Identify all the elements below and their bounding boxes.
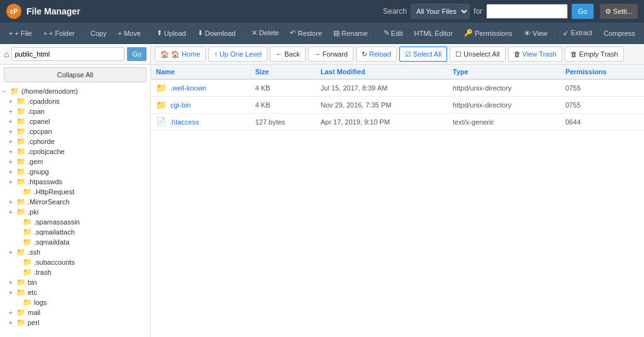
tree-item-logs[interactable]: 📁 logs [0,297,150,307]
restore-button[interactable]: ↶ Restore [285,25,327,41]
search-scope-select[interactable]: All Your FilesFile NameFile Content [411,4,470,19]
file-link[interactable]: cgi-bin [170,101,191,109]
col-size[interactable]: Size [250,65,316,79]
extract-button[interactable]: ↙ Extract [558,25,597,41]
col-type[interactable]: Type [448,65,560,79]
path-input[interactable] [11,47,125,61]
folder-icon: 📁 [23,218,32,226]
copy-button[interactable]: Copy [86,25,112,41]
folder-icon: 📁 [16,147,26,156]
delete-button[interactable]: ✕ Delete [247,25,284,41]
tree-item-ssh[interactable]: + 📁 .ssh [0,247,150,257]
tree-item-home[interactable]: − 📁 (/home/demodom) [0,86,150,96]
expand-icon: + [9,128,15,135]
permissions-button[interactable]: 🔑 Permissions [459,25,518,41]
expand-icon: + [9,158,15,165]
tree-item-label: perl [28,319,39,326]
tree-item-sqmailattach[interactable]: 📁 .sqmailattach [0,227,150,237]
tree-item-bin[interactable]: + 📁 bin [0,277,150,287]
up-one-level-button[interactable]: ↑ Up One Level [208,47,267,62]
home-icon[interactable]: ⌂ [4,49,9,59]
tree-item-label: .pki [28,208,38,216]
tree-item-cpan[interactable]: + 📁 .cpan [0,106,150,116]
tree-item-etc[interactable]: + 📁 etc [0,287,150,297]
tree-item-cpobjcache[interactable]: + 📁 .cpobjcache [0,146,150,157]
table-row[interactable]: 📄 .htaccess 127 bytes Apr 17, 2019, 9:10… [151,114,644,130]
file-link[interactable]: .htaccess [170,118,199,126]
path-go-button[interactable]: Go [127,47,147,61]
file-link[interactable]: .well-known [170,84,206,92]
tree-item-spamassassin[interactable]: 📁 .spamassassin [0,217,150,227]
tree-item-label: .cpcpan [28,128,52,135]
html-editor-button[interactable]: HTML Editor [409,25,458,41]
select-all-button[interactable]: ☑ Select All [399,47,447,62]
file-name-cell: 📁 cgi-bin [151,97,250,114]
toolbar-sep-1 [82,27,83,40]
folder-icon: 📁 [10,87,19,96]
folder-icon: 📁 [16,197,26,206]
tree-item-cpaddons[interactable]: + 📁 .cpaddons [0,96,150,106]
unselect-all-button[interactable]: ☐ Unselect All [450,47,505,62]
empty-trash-button[interactable]: 🗑 Empty Trash [565,47,624,62]
expand-icon: + [9,118,15,125]
tree-item-mail[interactable]: + 📁 mail [0,307,150,318]
sidebar-path-bar: ⌂ Go [0,44,150,65]
file-type: text/x-generic [448,114,560,130]
tree-item-pki[interactable]: + 📁 .pki [0,207,150,217]
folder-icon: 📁 [16,278,26,287]
search-go-button[interactable]: Go [572,4,594,19]
new-file-icon: + [9,30,13,37]
collapse-all-button[interactable]: Collapse All [4,67,147,82]
folder-icon: 📁 [16,248,26,257]
tree-item-mirrorsearch[interactable]: + 📁 .MirrorSearch [0,197,150,207]
tree-item-cpanel[interactable]: + 📁 .cpanel [0,116,150,126]
move-button[interactable]: + Move [113,25,145,41]
file-permissions: 0644 [560,114,644,130]
compress-button[interactable]: Compress [599,25,640,41]
folder-icon: 📁 [16,137,26,146]
file-size: 4 KB [250,79,316,97]
empty-trash-icon: 🗑 [570,50,577,58]
tree-item-perl[interactable]: + 📁 perl [0,318,150,328]
download-button[interactable]: ⬇ Download [192,25,241,41]
new-folder-button[interactable]: + + Folder [38,25,80,41]
home-nav-button[interactable]: 🏠 🏠 Home [155,47,206,62]
folder-icon: 📁 [16,167,26,176]
col-last-modified[interactable]: Last Modified [316,65,448,79]
tree-item-httprequest[interactable]: 📁 .HttpRequest [0,187,150,197]
tree-item-sqmaildata[interactable]: 📁 .sqmaildata [0,237,150,247]
tree-item-gem[interactable]: + 📁 .gem [0,157,150,167]
folder-icon: 📁 [23,298,32,307]
expand-icon: + [9,309,15,316]
document-icon: 📄 [156,117,166,126]
toolbar-sep-2 [148,27,149,40]
new-file-button[interactable]: + + File [4,25,37,41]
tree-item-label: .cpaddons [28,97,60,105]
upload-button[interactable]: ⬆ Upload [152,25,191,41]
rename-button[interactable]: ▤ Rename [328,25,373,41]
view-button[interactable]: 👁 View [519,25,553,41]
table-row[interactable]: 📁 cgi-bin 4 KB Nov 29, 2016, 7:35 PM htt… [151,97,644,114]
forward-button[interactable]: → Forward [308,47,353,62]
tree-item-htpasswds[interactable]: + 📁 .htpasswds [0,177,150,187]
toolbar-sep-4 [375,27,376,40]
rename-icon: ▤ [333,29,340,37]
settings-button[interactable]: ⚙ Setti... [600,4,638,19]
tree-item-label: .cpanel [28,118,50,125]
col-name[interactable]: Name [151,65,250,79]
tree-item-gnupg[interactable]: + 📁 .gnupg [0,167,150,177]
back-button[interactable]: ← Back [270,47,305,62]
tree-item-trash[interactable]: 📁 .trash [0,267,150,277]
col-permissions[interactable]: Permissions [560,65,644,79]
upload-icon: ⬆ [157,29,162,37]
tree-item-cphorde[interactable]: + 📁 .cphorde [0,136,150,146]
tree-item-cpcpan[interactable]: + 📁 .cpcpan [0,126,150,136]
expand-icon: + [9,209,15,216]
tree-item-subaccounts[interactable]: 📁 .subaccounts [0,257,150,267]
reload-button[interactable]: ↻ Reload [356,47,397,62]
folder-icon: 📁 [16,288,26,297]
edit-button[interactable]: ✎ Edit [379,25,408,41]
table-row[interactable]: 📁 .well-known 4 KB Jul 15, 2017, 8:39 AM… [151,79,644,97]
view-trash-button[interactable]: 🗑 View Trash [508,47,562,62]
search-input[interactable] [486,4,568,19]
